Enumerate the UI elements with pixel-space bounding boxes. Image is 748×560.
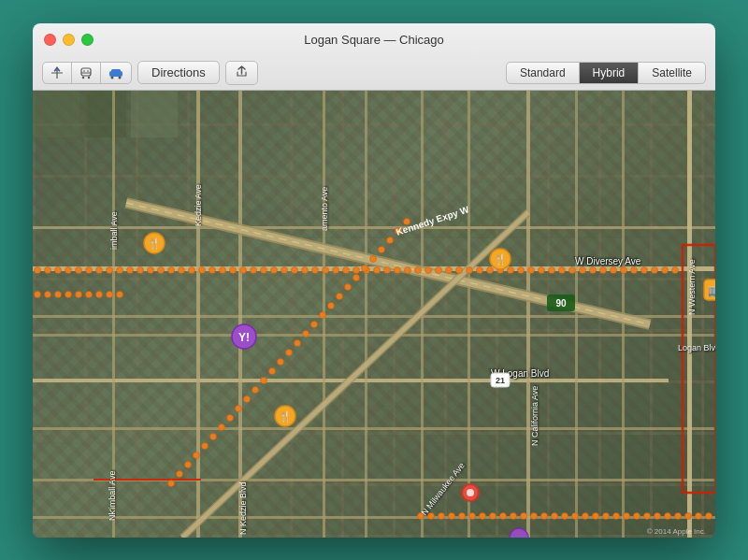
buildings-layer [33,91,715,538]
transit-button[interactable] [72,63,101,83]
svg-point-1 [82,77,84,79]
svg-rect-0 [81,68,91,76]
drive-button[interactable] [101,63,131,83]
svg-point-9 [119,76,122,79]
location-button[interactable] [43,63,72,83]
close-button[interactable] [44,34,56,46]
window-controls [44,34,94,46]
svg-point-8 [111,76,114,79]
share-button[interactable] [225,61,258,85]
maximize-button[interactable] [81,34,94,46]
svg-rect-7 [111,69,121,73]
map-container[interactable]: 90 [33,91,715,538]
minimize-button[interactable] [63,34,75,46]
app-window: Logan Square — Chicago [33,23,715,538]
hybrid-map-button[interactable]: Hybrid [580,63,640,83]
satellite-map-button[interactable]: Satellite [639,63,705,83]
standard-map-button[interactable]: Standard [507,63,580,83]
toolbar: Directions Standard Hybrid Satellite [33,56,715,90]
titlebar: Logan Square — Chicago [33,23,715,91]
map-type-group: Standard Hybrid Satellite [506,62,706,84]
window-title: Logan Square — Chicago [304,33,444,47]
svg-point-2 [88,77,90,79]
titlebar-top: Logan Square — Chicago [33,23,715,57]
directions-button[interactable]: Directions [137,61,220,84]
map-background: 90 [33,91,715,538]
view-mode-group [42,62,132,84]
